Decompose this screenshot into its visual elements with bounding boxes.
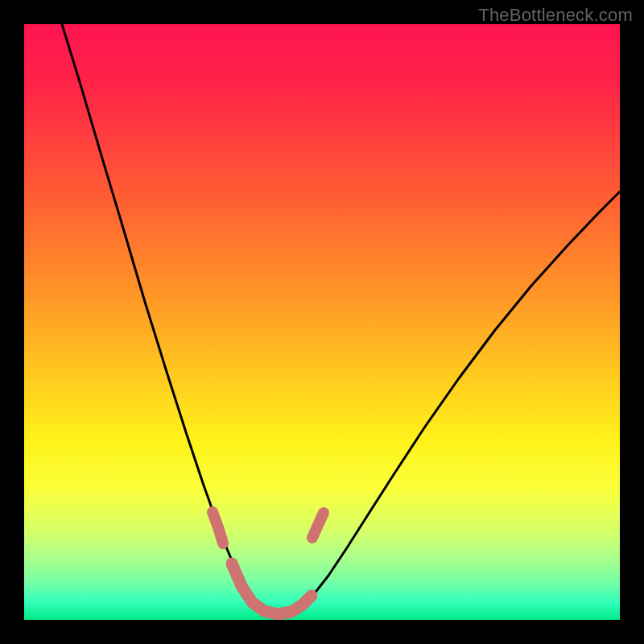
- series-right-branch: [278, 192, 620, 615]
- series-left-branch: [62, 24, 278, 615]
- outer-frame: TheBottleneck.com: [0, 0, 644, 644]
- overlay-pink-left: [213, 512, 223, 543]
- overlay-pink-right: [312, 513, 324, 538]
- curve-layer: [24, 24, 620, 620]
- watermark-text: TheBottleneck.com: [478, 5, 633, 26]
- overlay-pink-bottom: [232, 564, 312, 614]
- plot-area: [24, 24, 620, 620]
